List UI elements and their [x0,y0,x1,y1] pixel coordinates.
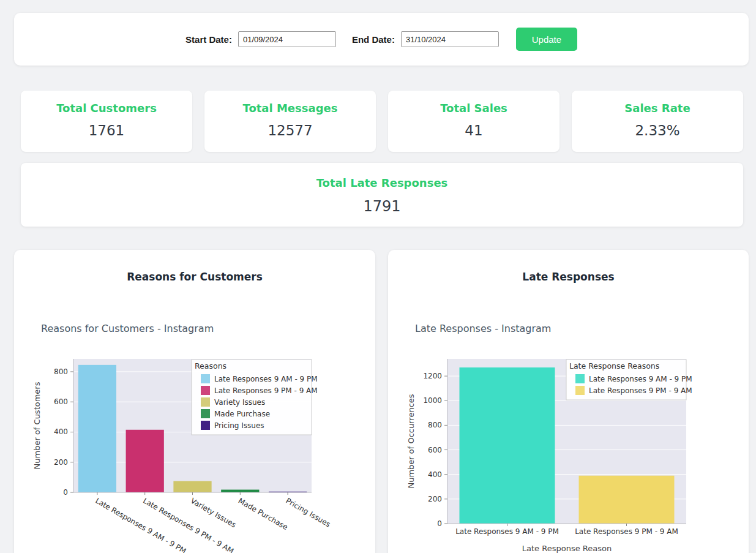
stat-card-total-messages: Total Messages 12577 [204,91,376,152]
legend-swatch [201,397,210,407]
x-tick-label: Variety Issues [189,496,238,529]
bar [460,367,555,524]
start-date-input[interactable] [238,31,336,47]
y-tick-label: 200 [428,495,442,503]
x-tick-label: Made Purchase [237,496,290,532]
y-tick-label: 0 [63,488,68,497]
y-tick-label: 200 [54,458,68,467]
bar [78,365,116,492]
late-responses-panel: Late Responses Late Responses - Instagra… [388,250,749,553]
legend-label: Pricing Issues [214,421,264,430]
x-axis-title: Late Response Reason [522,544,612,553]
y-tick-label: 1000 [423,396,442,405]
end-date-input[interactable] [401,31,499,47]
x-tick-label: Late Responses 9 AM - 9 PM [455,527,559,536]
stat-value: 1791 [21,198,743,215]
stat-title: Total Sales [388,102,560,115]
reasons-for-customers-panel: Reasons for Customers Reasons for Custom… [14,250,375,553]
x-tick-label: Pricing Issues [285,496,332,529]
legend-swatch [201,374,210,383]
legend-label: Made Purchase [214,410,270,418]
y-axis-title: Number of Customers [32,382,42,469]
bar [173,481,211,492]
legend-label: Late Responses 9 PM - 9 AM [214,386,318,395]
stat-value: 12577 [204,122,376,138]
x-tick-label: Late Responses 9 PM - 9 AM [575,527,678,536]
chart-title: Late Responses - Instagram [415,323,551,334]
late-responses-bar-chart: Late Responses - Instagram02004006008001… [404,317,744,553]
legend-label: Variety Issues [214,398,265,407]
stat-value: 1761 [21,122,192,138]
stat-card-total-customers: Total Customers 1761 [21,91,192,152]
stat-title: Total Late Responses [21,176,743,189]
stats-row: Total Customers 1761 Total Messages 1257… [21,91,743,152]
late-responses-panel-title: Late Responses [388,250,749,283]
y-tick-label: 0 [437,519,442,528]
legend-swatch [201,386,210,395]
legend-swatch [575,374,585,383]
y-tick-label: 400 [428,470,442,479]
y-tick-label: 800 [428,421,442,429]
legend-label: Late Responses 9 AM - 9 PM [214,375,318,383]
legend-label: Late Responses 9 PM - 9 AM [589,386,692,395]
bar [126,430,164,492]
end-date-label: End Date: [352,34,395,45]
y-axis-title: Number of Occurrences [406,394,416,488]
x-tick-label: Late Responses 9 PM - 9 AM [141,496,235,553]
reasons-panel-title: Reasons for Customers [14,250,375,283]
y-tick-label: 1200 [423,372,442,380]
x-tick-label: Late Responses 9 AM - 9 PM [94,496,187,553]
legend-title: Late Response Reasons [569,361,659,371]
start-date-label: Start Date: [185,34,232,45]
bar [579,476,675,524]
y-tick-label: 400 [54,427,68,436]
stat-card-total-late-responses: Total Late Responses 1791 [21,163,743,227]
update-button[interactable]: Update [516,28,577,51]
stat-value: 2.33% [572,122,743,138]
bar [221,490,259,492]
stat-card-sales-rate: Sales Rate 2.33% [572,91,743,152]
stat-title: Total Customers [21,102,192,115]
legend-swatch [201,421,210,430]
legend-title: Reasons [195,361,226,371]
stat-value: 41 [388,122,560,138]
y-tick-label: 600 [54,397,68,406]
stat-card-total-sales: Total Sales 41 [388,91,560,152]
reasons-for-customers-bar-chart: Reasons for Customers - Instagram0200400… [30,317,370,553]
y-tick-label: 800 [54,367,68,376]
legend-swatch [575,386,585,395]
y-tick-label: 600 [428,446,442,454]
stat-title: Total Messages [204,102,376,115]
legend-swatch [201,409,210,418]
chart-title: Reasons for Customers - Instagram [41,323,214,334]
stat-title: Sales Rate [572,102,743,115]
legend-label: Late Responses 9 AM - 9 PM [589,375,692,383]
date-filter-bar: Start Date: End Date: Update [14,13,749,66]
